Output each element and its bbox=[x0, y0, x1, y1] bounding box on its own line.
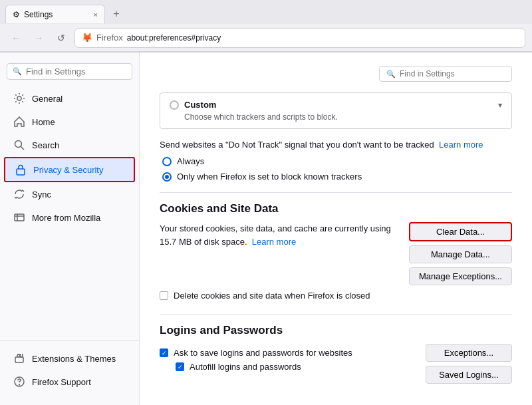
custom-title: Custom bbox=[184, 100, 216, 110]
sidebar-extensions-label: Extensions & Themes bbox=[32, 354, 116, 364]
svg-point-9 bbox=[19, 384, 20, 385]
cookies-learn-more[interactable]: Learn more bbox=[252, 237, 296, 247]
gear-icon bbox=[13, 92, 25, 104]
manage-data-button[interactable]: Manage Data... bbox=[409, 245, 512, 263]
address-bar[interactable]: 🦊 Firefox about:preferences#privacy bbox=[74, 28, 525, 48]
sidebar-item-extensions[interactable]: Extensions & Themes bbox=[4, 347, 135, 370]
sidebar-search-input[interactable] bbox=[26, 67, 126, 76]
tab-close-btn[interactable]: × bbox=[94, 11, 98, 19]
svg-rect-4 bbox=[15, 214, 24, 221]
mozilla-icon bbox=[13, 211, 25, 223]
sidebar-search-icon: 🔍 bbox=[13, 67, 22, 76]
dnt-always-option[interactable]: Always bbox=[162, 156, 512, 166]
tab-bar: ⚙ Settings × + bbox=[0, 0, 532, 24]
logins-buttons: Exceptions... Saved Logins... bbox=[426, 344, 512, 384]
svg-rect-3 bbox=[17, 169, 25, 175]
dnt-text: Send websites a "Do Not Track" signal th… bbox=[160, 140, 512, 150]
help-icon bbox=[13, 376, 25, 388]
chevron-down-icon: ▾ bbox=[498, 100, 502, 110]
sidebar-support-label: Firefox Support bbox=[32, 377, 91, 387]
sidebar-item-home[interactable]: Home bbox=[4, 110, 135, 133]
logins-title: Logins and Passwords bbox=[160, 324, 512, 337]
sidebar-item-search[interactable]: Search bbox=[4, 134, 135, 156]
find-in-settings-input[interactable] bbox=[400, 69, 505, 78]
new-tab-button[interactable]: + bbox=[108, 5, 125, 23]
nav-items: General Home Search Privac bbox=[0, 86, 139, 338]
sidebar-item-sync[interactable]: Sync bbox=[4, 183, 135, 205]
settings-container: 🔍 General Home bbox=[0, 53, 532, 405]
sidebar-item-privacy[interactable]: Privacy & Security bbox=[4, 157, 135, 182]
svg-line-2 bbox=[21, 147, 25, 150]
sidebar-bottom: Extensions & Themes Firefox Support bbox=[0, 340, 139, 399]
delete-cookies-checkbox[interactable] bbox=[160, 291, 168, 300]
dnt-always-label: Always bbox=[177, 156, 204, 166]
puzzle-icon bbox=[13, 352, 25, 364]
settings-tab[interactable]: ⚙ Settings × bbox=[5, 5, 105, 23]
custom-description: Choose which trackers and scripts to blo… bbox=[170, 112, 502, 122]
delete-cookies-row[interactable]: Delete cookies and site data when Firefo… bbox=[160, 291, 512, 301]
home-icon bbox=[13, 116, 25, 128]
custom-radio[interactable] bbox=[170, 100, 179, 110]
dnt-trackers-radio[interactable] bbox=[162, 172, 172, 182]
sidebar-search-label: Search bbox=[32, 140, 59, 150]
ask-save-checkbox[interactable] bbox=[160, 348, 168, 357]
sidebar-privacy-label: Privacy & Security bbox=[33, 165, 103, 175]
svg-rect-7 bbox=[15, 357, 23, 362]
dnt-trackers-label: Only when Firefox is set to block known … bbox=[177, 172, 362, 182]
find-icon: 🔍 bbox=[386, 70, 396, 78]
divider-2 bbox=[160, 314, 512, 315]
divider bbox=[160, 192, 512, 193]
autofill-checkbox[interactable] bbox=[176, 362, 184, 371]
autofill-row: Autofill logins and passwords bbox=[160, 362, 412, 372]
cookies-row: Your stored cookies, site data, and cach… bbox=[160, 222, 512, 285]
dnt-section: Send websites a "Do Not Track" signal th… bbox=[160, 140, 512, 182]
sidebar-home-label: Home bbox=[32, 117, 55, 127]
sidebar-item-general[interactable]: General bbox=[4, 87, 135, 110]
address-protocol: Firefox bbox=[96, 33, 123, 43]
sidebar-general-label: General bbox=[32, 94, 63, 104]
svg-point-0 bbox=[17, 96, 21, 100]
delete-cookies-label: Delete cookies and site data when Firefo… bbox=[174, 291, 370, 301]
back-button[interactable]: ← bbox=[7, 29, 25, 47]
lock-icon bbox=[15, 164, 27, 176]
logins-section: Logins and Passwords Ask to save logins … bbox=[160, 324, 512, 384]
cookies-description: Your stored cookies, site data, and cach… bbox=[160, 222, 396, 248]
clear-data-button[interactable]: Clear Data... bbox=[409, 222, 512, 241]
sidebar-item-support[interactable]: Firefox Support bbox=[4, 370, 135, 393]
svg-point-1 bbox=[15, 141, 22, 148]
nav-bar: ← → ↺ 🦊 Firefox about:preferences#privac… bbox=[0, 24, 532, 52]
firefox-logo: 🦊 bbox=[82, 33, 92, 43]
sync-icon bbox=[13, 188, 25, 200]
cookies-buttons: Clear Data... Manage Data... Manage Exce… bbox=[409, 222, 512, 285]
tab-title: Settings bbox=[24, 10, 53, 19]
dnt-radio-group: Always Only when Firefox is set to block… bbox=[160, 156, 512, 182]
manage-exceptions-button[interactable]: Manage Exceptions... bbox=[409, 267, 512, 285]
address-url: about:preferences#privacy bbox=[127, 33, 221, 43]
search-icon bbox=[13, 139, 25, 151]
custom-section: Custom ▾ Choose which trackers and scrip… bbox=[160, 92, 512, 129]
sidebar-search-box[interactable]: 🔍 bbox=[7, 63, 132, 80]
dnt-trackers-option[interactable]: Only when Firefox is set to block known … bbox=[162, 172, 512, 182]
main-content: 🔍 Custom ▾ Choose which trackers and scr… bbox=[140, 53, 532, 405]
sidebar-sync-label: Sync bbox=[32, 190, 51, 200]
forward-button[interactable]: → bbox=[29, 29, 48, 47]
find-in-settings-container: 🔍 bbox=[160, 66, 512, 82]
reload-button[interactable]: ↺ bbox=[52, 29, 70, 47]
cookies-title: Cookies and Site Data bbox=[160, 202, 512, 215]
custom-header: Custom ▾ bbox=[170, 100, 502, 110]
dnt-always-radio[interactable] bbox=[162, 157, 172, 166]
sidebar-mozilla-label: More from Mozilla bbox=[32, 213, 100, 223]
autofill-checkbox-row[interactable]: Autofill logins and passwords bbox=[176, 362, 412, 372]
saved-logins-button[interactable]: Saved Logins... bbox=[426, 366, 512, 384]
logins-options: Ask to save logins and passwords for web… bbox=[160, 344, 412, 372]
browser-chrome: ⚙ Settings × + ← → ↺ 🦊 Firefox about:pre… bbox=[0, 0, 532, 53]
dnt-learn-more[interactable]: Learn more bbox=[439, 140, 483, 150]
ask-save-label: Ask to save logins and passwords for web… bbox=[174, 348, 352, 358]
sidebar-item-mozilla[interactable]: More from Mozilla bbox=[4, 206, 135, 229]
exceptions-button[interactable]: Exceptions... bbox=[426, 344, 512, 362]
ask-save-row[interactable]: Ask to save logins and passwords for web… bbox=[160, 348, 412, 358]
find-in-settings-box[interactable]: 🔍 bbox=[379, 66, 512, 82]
sidebar: 🔍 General Home bbox=[0, 53, 140, 405]
logins-row: Ask to save logins and passwords for web… bbox=[160, 344, 512, 384]
autofill-label: Autofill logins and passwords bbox=[190, 362, 301, 372]
